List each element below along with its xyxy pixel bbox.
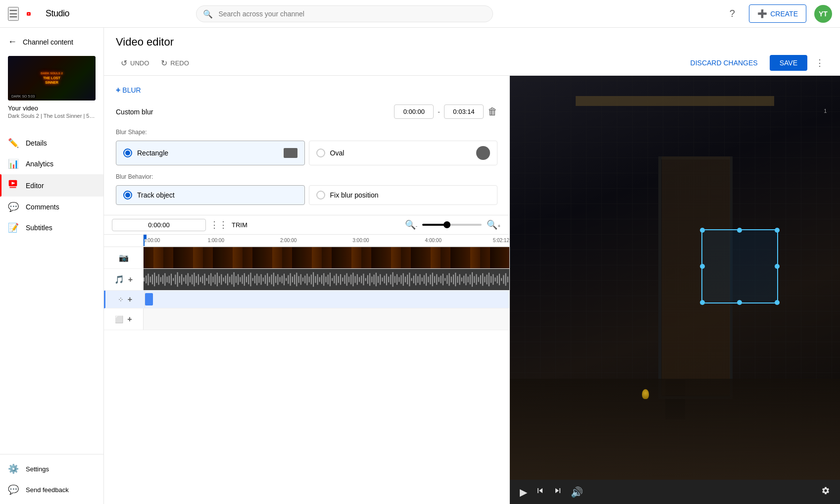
- play-button[interactable]: ▶: [518, 484, 529, 500]
- svg-rect-65: [271, 275, 272, 285]
- blur-handle-tl[interactable]: [700, 228, 705, 233]
- shape-option-oval[interactable]: Oval: [309, 141, 498, 165]
- svg-rect-57: [254, 276, 255, 284]
- user-avatar[interactable]: YT: [814, 5, 832, 23]
- fast-forward-button[interactable]: [551, 484, 565, 500]
- svg-rect-7: [150, 277, 151, 283]
- svg-rect-123: [393, 272, 394, 287]
- add-blur-button[interactable]: + BLUR: [116, 86, 141, 95]
- blur-handle-br[interactable]: [775, 300, 780, 305]
- back-navigation[interactable]: ← Channel content: [0, 32, 103, 52]
- volume-button[interactable]: 🔊: [569, 484, 585, 500]
- svg-rect-55: [250, 273, 251, 286]
- trim-label: TRIM: [232, 221, 247, 229]
- behavior-fix[interactable]: Fix blur position: [309, 185, 498, 205]
- subtitles-icon: 📝: [8, 222, 18, 233]
- sidebar-settings-label: Settings: [26, 465, 49, 473]
- svg-rect-146: [441, 276, 442, 284]
- zoom-out-button[interactable]: 🔍-: [404, 218, 418, 231]
- svg-rect-178: [507, 277, 508, 283]
- video-preview-panel: 1 ▶ 🔊: [510, 76, 840, 504]
- svg-rect-157: [463, 276, 464, 284]
- behavior-track[interactable]: Track object: [116, 185, 305, 205]
- plus-blur-icon: +: [116, 86, 120, 95]
- hamburger-menu[interactable]: ☰: [8, 7, 19, 21]
- audio-track-content: // Inline waveform generation via SVG: [144, 269, 509, 290]
- your-video-description: Dark Souls 2 | The Lost Sinner | 50% ...: [8, 113, 96, 119]
- blur-track-background: [145, 291, 509, 308]
- svg-rect-27: [192, 275, 193, 285]
- add-audio-button[interactable]: +: [128, 275, 133, 284]
- blur-start-time[interactable]: [394, 104, 434, 119]
- main-layout: ← Channel content DARK SOULS 2 THE LOST …: [0, 28, 840, 504]
- blur-handle-ml[interactable]: [700, 264, 705, 269]
- svg-rect-129: [405, 277, 406, 283]
- blur-marker[interactable]: [145, 293, 153, 305]
- oval-preview-icon: [476, 146, 490, 160]
- blur-handle-bm[interactable]: [737, 300, 742, 305]
- svg-rect-84: [311, 275, 312, 285]
- video-settings-button[interactable]: [819, 484, 832, 500]
- sidebar-item-comments[interactable]: 💬 Comments: [0, 197, 103, 217]
- svg-rect-142: [432, 273, 433, 286]
- timeline-current-time[interactable]: [112, 219, 206, 231]
- video-info-overlay: 1: [824, 108, 827, 114]
- search-icon: 🔍: [203, 9, 213, 18]
- blur-handle-bl[interactable]: [700, 300, 705, 305]
- svg-rect-12: [160, 277, 161, 282]
- svg-rect-14: [164, 273, 165, 286]
- blur-shape-section: Blur Shape: Rectangle: [116, 129, 497, 165]
- sidebar-item-editor[interactable]: Editor: [0, 174, 103, 197]
- timeline-zoom: 🔍- 🔍+: [404, 218, 501, 231]
- search-input[interactable]: [196, 5, 493, 22]
- fix-label: Fix blur position: [330, 191, 379, 199]
- back-arrow-icon: ←: [8, 37, 17, 47]
- svg-rect-86: [315, 276, 316, 283]
- svg-rect-96: [336, 274, 337, 285]
- help-button[interactable]: ?: [723, 5, 741, 23]
- svg-rect-61: [263, 278, 264, 282]
- redo-button[interactable]: ↻ REDO: [156, 55, 194, 71]
- blur-handle-tm[interactable]: [737, 228, 742, 233]
- more-options-button[interactable]: ⋮: [811, 54, 828, 71]
- zoom-slider[interactable]: [422, 224, 482, 226]
- undo-button[interactable]: ↺ UNDO: [116, 55, 154, 71]
- svg-rect-125: [396, 274, 397, 285]
- blur-bounding-box[interactable]: [701, 229, 778, 303]
- sidebar-item-settings[interactable]: ⚙️ Settings: [0, 458, 103, 479]
- audio-track-controls: 🎵 +: [104, 269, 144, 290]
- blur-end-time[interactable]: [444, 104, 484, 119]
- svg-rect-43: [225, 276, 226, 284]
- blur-handle-mr[interactable]: [775, 264, 780, 269]
- shape-option-rectangle[interactable]: Rectangle: [116, 141, 305, 165]
- toolbar-right: DISCARD CHANGES SAVE ⋮: [683, 54, 828, 71]
- svg-rect-80: [302, 278, 303, 282]
- add-subtitle-button[interactable]: +: [127, 315, 132, 324]
- blur-handle-tr[interactable]: [775, 228, 780, 233]
- svg-rect-60: [260, 274, 261, 285]
- delete-blur-button[interactable]: 🗑: [488, 106, 497, 117]
- svg-rect-23: [183, 278, 184, 282]
- svg-rect-113: [371, 277, 372, 283]
- svg-rect-95: [334, 276, 335, 284]
- custom-blur-row: Custom blur - 🗑: [116, 104, 497, 119]
- zoom-in-button[interactable]: 🔍+: [486, 218, 501, 231]
- undo-label: UNDO: [130, 59, 149, 67]
- sidebar-item-subtitles[interactable]: 📝 Subtitles: [0, 217, 103, 238]
- svg-rect-158: [465, 274, 466, 285]
- sidebar-item-details[interactable]: ✏️ Details: [0, 133, 103, 153]
- timeline-playhead[interactable]: [144, 235, 145, 246]
- sidebar-item-analytics[interactable]: 📊 Analytics: [0, 153, 103, 174]
- svg-rect-11: [158, 274, 159, 285]
- svg-rect-128: [403, 273, 404, 286]
- discard-button[interactable]: DISCARD CHANGES: [683, 55, 766, 71]
- save-button[interactable]: SAVE: [770, 55, 807, 71]
- create-button[interactable]: ➕ CREATE: [749, 4, 806, 23]
- channel-preview: DARK SOULS 2 THE LOST SINNER DARK SO 5:0…: [0, 52, 103, 127]
- sidebar-item-feedback[interactable]: 💬 Send feedback: [0, 479, 103, 500]
- blur-track-content: [145, 291, 509, 308]
- rewind-button[interactable]: [533, 484, 547, 500]
- add-blur-track-button[interactable]: +: [128, 295, 132, 304]
- subtitle-track-content: [144, 308, 509, 330]
- svg-rect-106: [357, 274, 358, 285]
